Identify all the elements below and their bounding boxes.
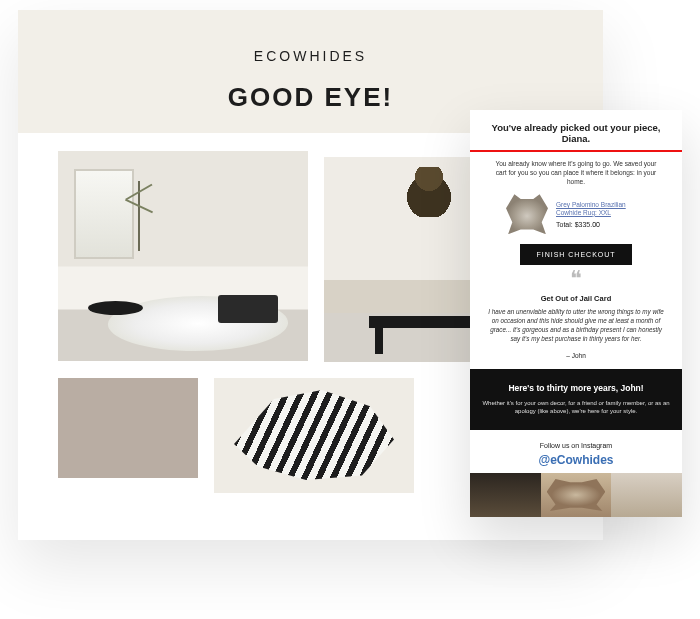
social-follow: Follow us on Instagram @eCowhides	[470, 430, 682, 473]
thumbnail-3[interactable]	[611, 473, 682, 517]
color-swatch-taupe	[58, 378, 198, 478]
banner-heading: Here's to thirty more years, John!	[482, 383, 670, 393]
hero-headline: GOOD EYE!	[18, 82, 603, 113]
product-name-link[interactable]: Grey Palomino Brazilian Cowhide Rug: XXL	[556, 201, 646, 217]
thumbnail-1[interactable]	[470, 473, 541, 517]
instagram-handle-link[interactable]: @eCowhides	[470, 453, 682, 467]
instagram-thumbnails	[470, 473, 682, 517]
follow-label: Follow us on Instagram	[470, 442, 682, 449]
testimonial-title: Get Out of Jail Card	[484, 294, 668, 303]
testimonial-body: I have an unenviable ability to utter th…	[484, 307, 668, 344]
product-photo-zebra-hide	[214, 378, 414, 493]
cart-total: Total: $335.00	[556, 221, 646, 228]
brand-name: ECOWHIDES	[18, 48, 603, 64]
finish-checkout-button[interactable]: FINISH CHECKOUT	[520, 244, 631, 265]
saved-product: Grey Palomino Brazilian Cowhide Rug: XXL…	[484, 194, 668, 234]
thumbnail-2[interactable]	[541, 473, 612, 517]
testimonial-author: – John	[484, 352, 668, 359]
product-thumbnail-cowhide	[506, 194, 548, 234]
cart-subtext: You already know where it's going to go.…	[484, 160, 668, 186]
banner-body: Whether it's for your own decor, for a f…	[482, 399, 670, 416]
interior-photo-living-room	[58, 151, 308, 361]
promo-banner: Here's to thirty more years, John! Wheth…	[470, 369, 682, 430]
accent-divider	[470, 150, 682, 152]
cart-headline: You've already picked out your piece, Di…	[484, 122, 668, 144]
quote-icon: ❝	[484, 275, 668, 284]
cart-reminder-email: You've already picked out your piece, Di…	[470, 110, 682, 517]
